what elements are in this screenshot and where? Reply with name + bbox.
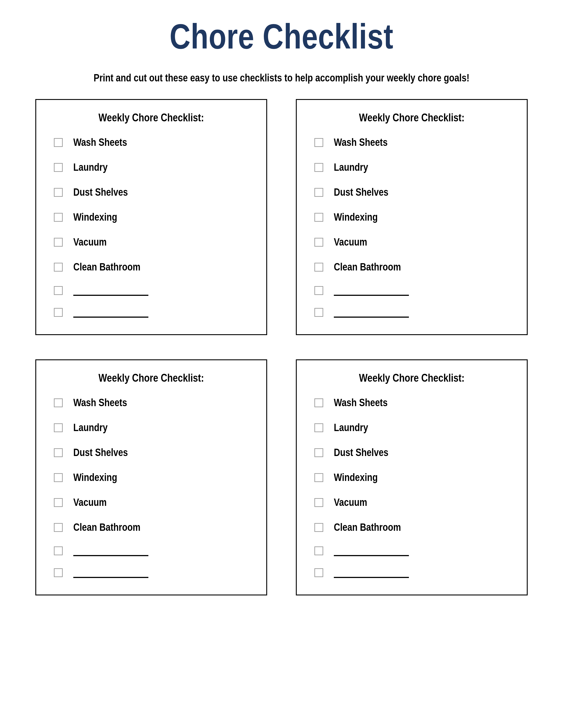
checkbox-icon[interactable]	[54, 546, 63, 555]
checkbox-icon[interactable]	[315, 308, 323, 317]
card-list: Wash SheetsLaundryDust ShelvesWindexingV…	[315, 136, 514, 316]
checkbox-icon[interactable]	[54, 523, 63, 532]
list-item: Wash Sheets	[54, 136, 253, 148]
checkbox-icon[interactable]	[54, 163, 63, 172]
list-item: Clean Bathroom	[54, 521, 253, 533]
checkbox-icon[interactable]	[54, 568, 63, 577]
checkbox-icon[interactable]	[315, 398, 323, 407]
card-title: Weekly Chore Checklist:	[49, 111, 253, 124]
list-item: Windexing	[315, 471, 514, 483]
checkbox-icon[interactable]	[54, 308, 63, 317]
item-label: Wash Sheets	[334, 396, 388, 408]
item-label: Wash Sheets	[334, 136, 388, 148]
checklist-card: Weekly Chore Checklist:Wash SheetsLaundr…	[35, 99, 267, 335]
item-label: Clean Bathroom	[73, 521, 140, 533]
item-label: Clean Bathroom	[73, 261, 140, 273]
checkbox-icon[interactable]	[315, 188, 323, 197]
list-item: Clean Bathroom	[315, 521, 514, 533]
card-list: Wash SheetsLaundryDust ShelvesWindexingV…	[315, 396, 514, 577]
page-subtitle: Print and cut out these easy to use chec…	[35, 71, 528, 84]
checkbox-icon[interactable]	[54, 498, 63, 507]
list-item: Vacuum	[54, 236, 253, 248]
item-label: Laundry	[73, 161, 107, 173]
list-item	[315, 546, 514, 555]
list-item: Dust Shelves	[54, 186, 253, 198]
checkbox-icon[interactable]	[54, 398, 63, 407]
item-label: Wash Sheets	[73, 136, 127, 148]
cards-grid: Weekly Chore Checklist:Wash SheetsLaundr…	[35, 99, 528, 595]
checkbox-icon[interactable]	[54, 238, 63, 247]
list-item: Dust Shelves	[315, 186, 514, 198]
write-in-line[interactable]	[334, 287, 409, 296]
item-label: Clean Bathroom	[334, 521, 401, 533]
checkbox-icon[interactable]	[315, 498, 323, 507]
item-label: Laundry	[73, 421, 107, 433]
item-label: Clean Bathroom	[334, 261, 401, 273]
checkbox-icon[interactable]	[315, 473, 323, 482]
checkbox-icon[interactable]	[315, 448, 323, 457]
checkbox-icon[interactable]	[54, 286, 63, 295]
item-label: Windexing	[334, 211, 378, 223]
write-in-line[interactable]	[334, 309, 409, 318]
checkbox-icon[interactable]	[54, 138, 63, 147]
item-label: Dust Shelves	[334, 186, 388, 198]
item-label: Windexing	[73, 471, 117, 483]
item-label: Dust Shelves	[73, 186, 128, 198]
list-item	[315, 307, 514, 316]
list-item: Laundry	[54, 161, 253, 173]
checkbox-icon[interactable]	[54, 448, 63, 457]
page: Chore Checklist Print and cut out these …	[0, 0, 563, 728]
checkbox-icon[interactable]	[315, 523, 323, 532]
write-in-line[interactable]	[73, 547, 148, 556]
checklist-card: Weekly Chore Checklist:Wash SheetsLaundr…	[35, 359, 267, 595]
item-label: Vacuum	[73, 236, 107, 248]
card-title: Weekly Chore Checklist:	[49, 371, 253, 384]
checkbox-icon[interactable]	[54, 423, 63, 432]
page-title: Chore Checklist	[35, 15, 528, 56]
card-list: Wash SheetsLaundryDust ShelvesWindexingV…	[54, 136, 253, 316]
write-in-line[interactable]	[73, 309, 148, 318]
write-in-line[interactable]	[73, 287, 148, 296]
list-item: Vacuum	[54, 496, 253, 508]
list-item: Laundry	[315, 421, 514, 433]
list-item: Vacuum	[315, 496, 514, 508]
checkbox-icon[interactable]	[315, 423, 323, 432]
list-item	[315, 568, 514, 577]
checkbox-icon[interactable]	[315, 286, 323, 295]
list-item: Laundry	[315, 161, 514, 173]
item-label: Laundry	[334, 421, 368, 433]
checkbox-icon[interactable]	[54, 188, 63, 197]
checkbox-icon[interactable]	[54, 263, 63, 272]
item-label: Laundry	[334, 161, 368, 173]
checkbox-icon[interactable]	[315, 568, 323, 577]
checkbox-icon[interactable]	[315, 546, 323, 555]
list-item	[315, 285, 514, 295]
write-in-line[interactable]	[73, 569, 148, 578]
list-item: Wash Sheets	[315, 396, 514, 408]
checkbox-icon[interactable]	[315, 163, 323, 172]
checkbox-icon[interactable]	[54, 473, 63, 482]
list-item: Clean Bathroom	[315, 261, 514, 273]
checklist-card: Weekly Chore Checklist:Wash SheetsLaundr…	[296, 359, 528, 595]
checklist-card: Weekly Chore Checklist:Wash SheetsLaundr…	[296, 99, 528, 335]
checkbox-icon[interactable]	[315, 213, 323, 222]
list-item: Windexing	[54, 471, 253, 483]
list-item: Wash Sheets	[54, 396, 253, 408]
list-item	[54, 546, 253, 555]
item-label: Vacuum	[73, 496, 107, 508]
checkbox-icon[interactable]	[315, 263, 323, 272]
checkbox-icon[interactable]	[315, 238, 323, 247]
list-item: Windexing	[54, 211, 253, 223]
checkbox-icon[interactable]	[315, 138, 323, 147]
checkbox-icon[interactable]	[54, 213, 63, 222]
card-list: Wash SheetsLaundryDust ShelvesWindexingV…	[54, 396, 253, 577]
list-item	[54, 568, 253, 577]
card-title: Weekly Chore Checklist:	[310, 111, 514, 124]
item-label: Windexing	[73, 211, 117, 223]
item-label: Dust Shelves	[334, 446, 388, 458]
write-in-line[interactable]	[334, 569, 409, 578]
item-label: Windexing	[334, 471, 378, 483]
write-in-line[interactable]	[334, 547, 409, 556]
list-item: Vacuum	[315, 236, 514, 248]
item-label: Dust Shelves	[73, 446, 128, 458]
